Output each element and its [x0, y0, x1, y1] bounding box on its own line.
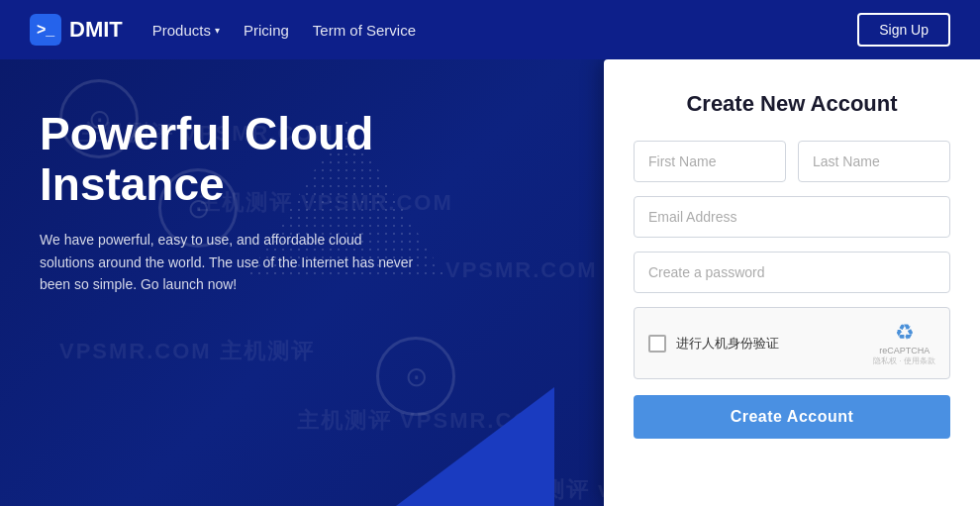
hero-description: We have powerful, easy to use, and affor…: [40, 229, 416, 295]
blue-triangle: [396, 387, 554, 506]
nav-products[interactable]: Products ▾: [152, 22, 220, 39]
sign-up-button[interactable]: Sign Up: [857, 13, 950, 47]
captcha-checkbox[interactable]: [648, 335, 666, 353]
badge-icon-3: ⊙: [376, 337, 455, 416]
name-row: [634, 141, 950, 182]
recaptcha-sub: 隐私权 · 使用条款: [873, 355, 935, 366]
navbar: >_ DMIT Products ▾ Pricing Term of Servi…: [0, 0, 980, 59]
create-account-button[interactable]: Create Account: [634, 395, 950, 439]
nav-links: Products ▾ Pricing Term of Service: [152, 22, 828, 39]
main-content: ⊙ ⊙ ⊙ ⊙ 主机测评 VPSMR.COM 主机测评 VPSMR.COM VP…: [0, 59, 980, 506]
logo-text: DMIT: [69, 17, 123, 43]
first-name-input[interactable]: [634, 141, 786, 182]
form-title: Create New Account: [634, 91, 950, 117]
password-row: [634, 252, 950, 293]
captcha-label: 进行人机身份验证: [676, 335, 779, 353]
logo[interactable]: >_ DMIT: [30, 14, 123, 46]
email-input[interactable]: [634, 196, 950, 238]
recaptcha-icon: ♻: [895, 320, 915, 345]
captcha-left: 进行人机身份验证: [648, 335, 779, 353]
email-row: [634, 196, 950, 238]
signup-form-card: Create New Account 进行人机身份验证 ♻ reCAPTCHA …: [604, 59, 980, 506]
nav-pricing[interactable]: Pricing: [244, 22, 289, 39]
captcha-box[interactable]: 进行人机身份验证 ♻ reCAPTCHA 隐私权 · 使用条款: [634, 307, 950, 379]
last-name-input[interactable]: [798, 141, 950, 182]
password-input[interactable]: [634, 252, 950, 293]
recaptcha-label: reCAPTCHA: [873, 346, 935, 355]
captcha-right: ♻ reCAPTCHA 隐私权 · 使用条款: [873, 320, 935, 366]
nav-right: Sign Up: [857, 13, 950, 47]
nav-tos[interactable]: Term of Service: [313, 22, 416, 39]
watermark-4: 主机测评 VPSMR.COM: [297, 406, 552, 436]
logo-icon: >_: [30, 14, 61, 46]
chevron-down-icon: ▾: [215, 25, 220, 36]
